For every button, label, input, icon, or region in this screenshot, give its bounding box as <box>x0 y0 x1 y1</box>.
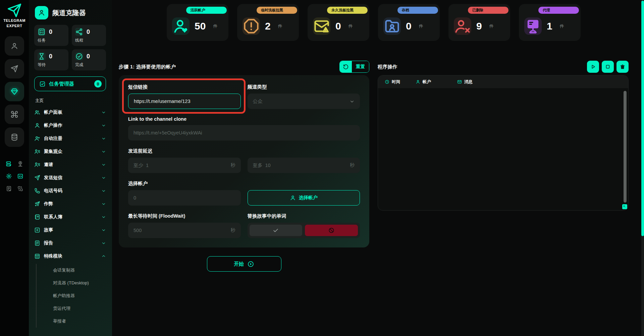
swap-squares-icon[interactable] <box>17 185 23 192</box>
card-unit: 件 <box>213 23 217 29</box>
delay-min-input[interactable] <box>128 158 241 173</box>
hourglass-icon <box>38 52 46 60</box>
home-label[interactable]: 主页 <box>35 98 106 104</box>
reset-button[interactable]: 重置 <box>339 61 369 73</box>
stop-icon <box>605 64 611 70</box>
folder-user-icon <box>383 17 401 35</box>
replace-words-on-button[interactable] <box>250 225 303 236</box>
server-check-icon[interactable] <box>6 161 12 167</box>
sidebar-item-cheat[interactable]: 作弊 <box>34 197 106 210</box>
sidebar-item-auto-register[interactable]: 自动注册 <box>34 132 106 145</box>
stat-label: 等待 <box>38 62 65 68</box>
sidebar-header: 频道克隆器 <box>35 6 106 19</box>
sidebar-item-gather-audience[interactable]: 聚集观众 <box>34 145 106 158</box>
book-icon <box>34 214 40 220</box>
modules-icon <box>34 253 40 259</box>
stat-value: 0 <box>87 29 90 36</box>
sidebar-item-account-panel[interactable]: 帐户面板 <box>34 106 106 119</box>
rail-item-accounts[interactable] <box>5 36 24 56</box>
sidebar-item-reports[interactable]: 报告 <box>34 236 106 249</box>
sidebar-item-send-sms[interactable]: 发送短信 <box>34 171 106 184</box>
floodwait-field-group: 最长等待时间 (FloodWait) 秒 <box>128 213 241 238</box>
resize-handle[interactable] <box>622 204 627 209</box>
page-title: 频道克隆器 <box>52 8 86 17</box>
play-icon <box>590 64 596 70</box>
gem-icon <box>10 88 18 96</box>
user-icon <box>290 195 296 201</box>
app-logo: TELEGRAM EXPERT <box>3 3 25 29</box>
submenu-item-freight-agent[interactable]: 货运代理 <box>53 302 106 315</box>
submenu-item-session-cloner[interactable]: 会话复制器 <box>53 264 106 277</box>
main-content: 活跃帐户 50件 临时洗板拉黑 2件 永久洗板拉黑 0件 存档 0件 已删除 9… <box>112 0 644 336</box>
status-badge: 存档 <box>397 7 438 14</box>
rail-item-premium[interactable] <box>5 82 24 101</box>
start-button[interactable]: 开始 <box>207 256 281 272</box>
user-list-icon <box>34 149 40 155</box>
log-table-header: 时间 帐户 消息 <box>378 75 628 88</box>
checklist-icon <box>38 28 46 36</box>
stat-label: 线程 <box>75 38 103 43</box>
sidebar-item-account-ops[interactable]: 帐户操作 <box>34 119 106 132</box>
chevron-down-icon <box>101 136 106 141</box>
channel-type-select[interactable]: 公众 <box>248 94 360 109</box>
stat-value: 0 <box>49 53 52 60</box>
mail-warning-icon <box>313 17 330 35</box>
page-scrollbar-thumb[interactable] <box>641 1 644 236</box>
sms-link-input[interactable] <box>128 94 241 109</box>
person-network-icon[interactable] <box>17 161 23 167</box>
step-title: 步骤 1: 选择要使用的帐户 <box>119 64 176 70</box>
replace-words-off-button[interactable] <box>305 225 358 236</box>
clear-log-button[interactable] <box>616 61 629 73</box>
select-accounts-button[interactable]: 选择帐户 <box>248 190 360 206</box>
sidebar-item-phone-numbers[interactable]: 电话号码 <box>34 184 106 197</box>
submenu-item-converter[interactable]: 对流器 (TDesktop) <box>53 277 106 289</box>
stat-chip-waiting: 0 等待 <box>34 49 68 70</box>
rail-item-database[interactable] <box>5 127 24 147</box>
sidebar-item-stories[interactable]: 故事 <box>34 223 106 236</box>
rail-nav <box>5 36 24 147</box>
doc-check-icon[interactable] <box>6 185 12 192</box>
column-time: 时间 <box>378 79 416 85</box>
run-button[interactable] <box>587 61 599 73</box>
sidebar-item-special-modules[interactable]: 特殊模块 <box>34 249 106 263</box>
log-scrollbar-thumb[interactable] <box>624 91 627 203</box>
submenu-item-account-booster[interactable]: 帐户助推器 <box>53 289 106 302</box>
brand-line-1: TELEGRAM <box>3 18 25 23</box>
floodwait-input[interactable] <box>128 223 241 238</box>
accounts-count-input[interactable] <box>128 190 241 206</box>
reset-label: 重置 <box>352 61 369 72</box>
task-manager-button[interactable]: 任务管理器 0 <box>34 76 106 91</box>
card-temp-blacklist: 临时洗板拉黑 2件 <box>237 4 299 41</box>
channel-type-label: 频道类型 <box>248 84 360 90</box>
floodwait-label: 最长等待时间 (FloodWait) <box>128 213 241 219</box>
stat-label: 任务 <box>38 38 65 43</box>
step-form-card: 短信链接 频道类型 公众 Link to the channel clone <box>119 75 369 247</box>
delay-min-unit: 秒 <box>231 158 235 173</box>
card-unit: 件 <box>348 23 353 29</box>
chevron-down-icon <box>350 99 355 104</box>
card-value: 0 <box>335 20 341 32</box>
rail-item-send[interactable] <box>5 59 24 78</box>
sidebar-item-invite[interactable]: 邀请 <box>34 158 106 171</box>
card-proxy: 代理 1件 <box>519 4 581 41</box>
rotate-ccw-icon <box>340 61 352 72</box>
delay-field-group: 发送前延迟 秒 秒 <box>128 148 360 173</box>
sidebar-item-contact-book[interactable]: 联系人簿 <box>34 210 106 223</box>
gear-icon[interactable] <box>6 173 12 179</box>
code-window-icon[interactable] <box>17 173 23 179</box>
program-actions-section: 程序操作 时间 帐户 消息 <box>378 60 629 272</box>
select-accounts-label: 选择帐户 <box>299 195 318 201</box>
floodwait-unit: 秒 <box>231 223 235 238</box>
rail-item-commands[interactable] <box>5 105 24 124</box>
chevron-down-icon <box>101 123 106 128</box>
proxy-icon <box>524 17 542 35</box>
command-icon <box>10 110 18 118</box>
clone-link-input[interactable] <box>128 125 360 141</box>
submenu-item-reporter[interactable]: 举报者 <box>53 315 106 328</box>
channel-type-value: 公众 <box>253 98 350 105</box>
stop-button[interactable] <box>602 61 614 73</box>
stat-label: 完成 <box>75 62 103 68</box>
delay-max-input[interactable] <box>248 158 360 173</box>
chevron-up-icon <box>101 254 106 259</box>
user-list-icon <box>34 162 40 168</box>
